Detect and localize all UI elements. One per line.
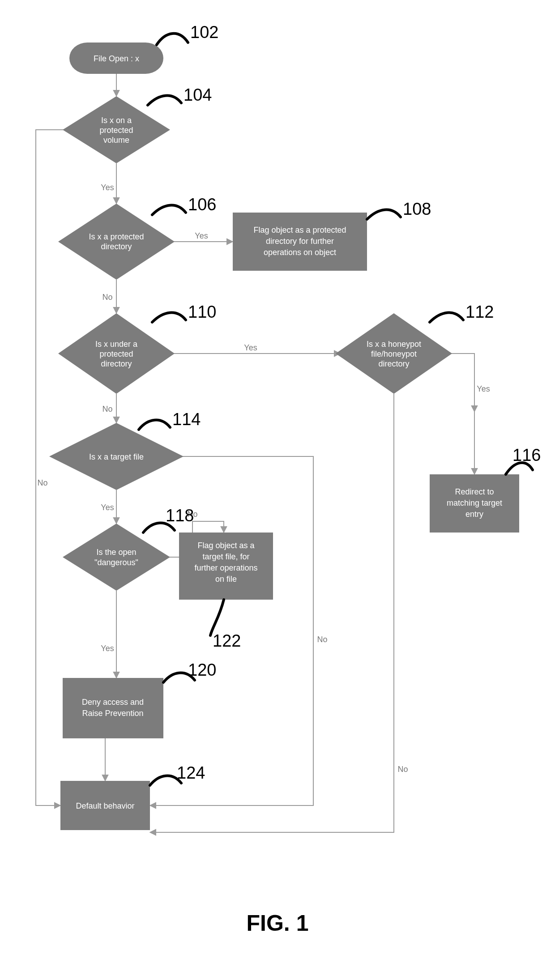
svg-text:volume: volume <box>103 136 129 145</box>
svg-marker-27 <box>63 524 170 591</box>
edge-label: Yes <box>195 231 208 240</box>
svg-text:Is x a protected: Is x a protected <box>89 232 144 241</box>
svg-text:108: 108 <box>403 200 431 218</box>
node-112: Is x a honeypot file/honeypot directory <box>336 313 452 394</box>
node-104: Is x on a protected volume <box>63 96 170 163</box>
svg-text:124: 124 <box>177 763 205 782</box>
node-114: Is x a target file <box>49 423 184 490</box>
edge-label: Yes <box>101 644 114 653</box>
svg-text:Raise Prevention: Raise Prevention <box>82 709 143 718</box>
svg-text:120: 120 <box>188 660 216 679</box>
svg-text:116: 116 <box>512 446 541 464</box>
svg-text:106: 106 <box>188 195 216 214</box>
node-116: Redirect to matching target entry <box>430 474 519 533</box>
node-122: Flag object as a target file, for furthe… <box>179 533 273 600</box>
reference-labels: 102 104 106 108 110 112 114 116 118 122 … <box>139 23 541 785</box>
svg-text:112: 112 <box>465 303 494 321</box>
svg-text:114: 114 <box>172 410 201 429</box>
edge-label: Yes <box>477 384 490 393</box>
node-108: Flag object as a protected directory for… <box>233 213 367 271</box>
nodes: File Open : x Is x on a protected volume… <box>49 43 519 830</box>
svg-text:matching target: matching target <box>447 499 502 507</box>
svg-text:Flag object as a: Flag object as a <box>197 541 255 550</box>
svg-text:Is x a target file: Is x a target file <box>89 452 144 461</box>
node-120: Deny access and Raise Prevention <box>63 678 163 738</box>
svg-text:protected: protected <box>99 126 133 135</box>
node-124: Default behavior <box>60 781 150 830</box>
node-118: Is the open "dangerous" <box>63 524 170 591</box>
node-102: File Open : x <box>69 43 163 74</box>
svg-text:Deny access and: Deny access and <box>82 698 144 707</box>
svg-text:entry: entry <box>465 510 483 519</box>
svg-text:on file: on file <box>215 575 237 584</box>
svg-text:directory: directory <box>378 359 409 368</box>
svg-text:target file, for: target file, for <box>202 552 249 561</box>
svg-text:118: 118 <box>166 506 194 525</box>
svg-text:Flag object as a protected: Flag object as a protected <box>253 226 346 234</box>
edge-label: Yes <box>101 503 114 512</box>
edge-label: No <box>102 293 112 302</box>
svg-text:Default behavior: Default behavior <box>76 801 134 810</box>
edge-label: No <box>37 478 47 487</box>
svg-text:file/honeypot: file/honeypot <box>371 349 417 358</box>
figure-label: FIG. 1 <box>247 911 309 936</box>
svg-rect-35 <box>63 678 163 738</box>
svg-text:Is x under a: Is x under a <box>95 340 138 349</box>
svg-text:Is x on a: Is x on a <box>101 116 132 125</box>
svg-text:operations on object: operations on object <box>264 248 336 257</box>
svg-text:directory for further: directory for further <box>266 237 334 246</box>
svg-text:directory: directory <box>101 242 132 251</box>
edge-label: Yes <box>244 343 257 352</box>
svg-text:"dangerous": "dangerous" <box>94 558 138 567</box>
edge-label: No <box>397 765 408 774</box>
svg-text:110: 110 <box>188 303 216 321</box>
svg-text:directory: directory <box>101 359 132 368</box>
node-106: Is x a protected directory <box>58 204 175 280</box>
node-110: Is x under a protected directory <box>58 313 175 394</box>
svg-text:Redirect to: Redirect to <box>455 487 494 496</box>
flowchart-svg: Yes No Yes No Yes No Yes No Yes No No <box>0 0 555 980</box>
svg-text:File Open : x: File Open : x <box>94 54 139 63</box>
svg-text:Is x a honeypot: Is x a honeypot <box>367 340 421 349</box>
edge-label: No <box>102 405 112 413</box>
edge-label: Yes <box>101 183 114 192</box>
svg-text:104: 104 <box>184 85 212 104</box>
edge-label: No <box>317 635 327 644</box>
svg-text:further operations: further operations <box>194 563 257 572</box>
svg-text:122: 122 <box>213 631 241 650</box>
svg-text:Is the open: Is the open <box>96 548 136 557</box>
svg-text:protected: protected <box>99 349 133 358</box>
svg-text:102: 102 <box>190 23 218 42</box>
